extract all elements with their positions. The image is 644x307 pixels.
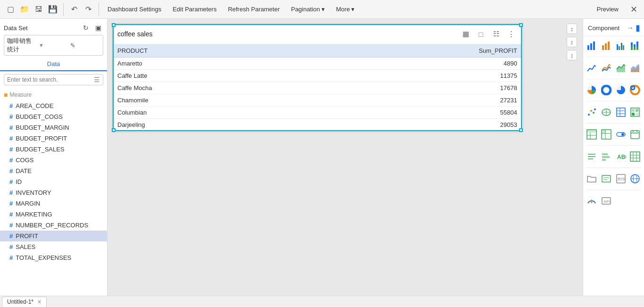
component-grid-pie: [583, 81, 644, 100]
table-data-icon[interactable]: ▦: [460, 28, 472, 40]
field-item-budget_sales[interactable]: #BUDGET_SALES: [0, 144, 107, 155]
canvas-arrow-up-2[interactable]: ↕: [567, 37, 577, 47]
comp-map-chart[interactable]: [600, 106, 613, 119]
svg-rect-14: [636, 41, 638, 47]
redo-icon[interactable]: ↷: [82, 3, 95, 16]
field-list: ■ Measure #AREA_CODE#BUDGET_COGS#BUDGET_…: [0, 88, 107, 296]
svg-rect-32: [617, 108, 625, 116]
tab-close-icon[interactable]: ✕: [37, 299, 41, 305]
comp-line-chart[interactable]: [585, 61, 598, 75]
new-icon[interactable]: ▢: [4, 3, 17, 16]
table-row[interactable]: Columbian55804: [113, 107, 522, 119]
table-row[interactable]: Darjeeling29053: [113, 119, 522, 131]
field-item-date[interactable]: #DATE: [0, 166, 107, 176]
comp-table-combo[interactable]: [614, 106, 627, 119]
field-item-area_code[interactable]: #AREA_CODE: [0, 100, 107, 111]
field-item-id[interactable]: #ID: [0, 176, 107, 187]
comp-grouped-bar[interactable]: [614, 39, 627, 52]
search-input[interactable]: [7, 76, 94, 83]
field-item-inventory[interactable]: #INVENTORY: [0, 187, 107, 198]
field-item-sales[interactable]: #SALES: [0, 241, 107, 252]
more-button[interactable]: More ▾: [331, 4, 360, 15]
open-icon[interactable]: 📁: [18, 3, 31, 16]
table-row[interactable]: Caffe Mocha17678: [113, 82, 522, 94]
dataset-settings-icon[interactable]: ▣: [93, 23, 103, 33]
comp-pie-multi[interactable]: [628, 83, 642, 97]
comp-abc-label[interactable]: ABC: [614, 150, 627, 163]
component-grid-line: [583, 58, 644, 77]
comp-globe[interactable]: [628, 172, 642, 185]
field-name-label: PROFIT: [16, 232, 38, 240]
table-row[interactable]: Caffe Latte11375: [113, 70, 522, 82]
comp-scatter-chart[interactable]: [585, 106, 598, 119]
hash-icon: #: [9, 222, 13, 229]
comp-list[interactable]: [585, 150, 598, 163]
canvas-arrow-up-1[interactable]: ↕: [567, 24, 577, 34]
comp-pie-variant[interactable]: [614, 83, 627, 97]
field-item-margin[interactable]: #MARGIN: [0, 198, 107, 209]
field-name-label: ID: [16, 178, 22, 185]
field-item-cogs[interactable]: #COGS: [0, 155, 107, 166]
field-item-budget_cogs[interactable]: #BUDGET_COGS: [0, 111, 107, 122]
measure-label: Measure: [9, 91, 32, 98]
tab-untitled[interactable]: Untitled-1* ✕: [2, 297, 47, 307]
svg-rect-42: [587, 130, 596, 133]
refresh-dataset-icon[interactable]: ↻: [81, 23, 91, 33]
comp-folder[interactable]: [585, 172, 598, 185]
svg-rect-13: [634, 47, 636, 50]
table-row[interactable]: Amaretto4890: [113, 58, 522, 70]
component-arrow-icon[interactable]: →: [627, 24, 634, 32]
comp-kpi[interactable]: KPI: [600, 194, 613, 207]
table-export-icon[interactable]: □: [475, 28, 487, 40]
product-cell: Caffe Mocha: [113, 82, 309, 94]
comp-stacked-bar[interactable]: [628, 39, 642, 52]
component-label: Component: [588, 25, 625, 32]
table-row[interactable]: Chamomile27231: [113, 94, 522, 107]
comp-line-bar-chart[interactable]: [600, 39, 613, 52]
comp-crosstab-table[interactable]: [600, 128, 613, 141]
field-menu-icon[interactable]: ☰: [94, 76, 100, 83]
preview-button[interactable]: Preview: [590, 4, 625, 15]
comp-area-chart[interactable]: [614, 61, 627, 75]
comp-gauge[interactable]: [585, 194, 598, 207]
svg-rect-1: [590, 43, 592, 50]
center-canvas[interactable]: ↕ ↕ ↕ coffee sales ▦ □ ☷ ⋮ PRODUCT Sum_P…: [107, 19, 583, 296]
undo-icon[interactable]: ↶: [67, 3, 81, 16]
comp-multi-line[interactable]: [600, 61, 613, 75]
field-item-total_expenses[interactable]: #TOTAL_EXPENSES: [0, 252, 107, 263]
comp-calendar[interactable]: [628, 128, 642, 141]
product-cell: Columbian: [113, 107, 309, 119]
dataset-selector[interactable]: 咖啡销售统计 ▼ ✎: [4, 35, 103, 56]
edit-parameters-button[interactable]: Edit Parameters: [168, 4, 221, 15]
close-icon[interactable]: ✕: [627, 3, 640, 16]
comp-bar-horizontal[interactable]: [600, 150, 613, 163]
comp-area-multi[interactable]: [628, 61, 642, 75]
component-grid-charts: [583, 36, 644, 55]
pagination-button[interactable]: Pagination ▾: [286, 4, 329, 15]
field-item-budget_margin[interactable]: #BUDGET_MARGIN: [0, 122, 107, 133]
comp-pie-chart[interactable]: [585, 83, 598, 97]
comp-rtf[interactable]: RTF: [614, 172, 627, 185]
comp-grid-table-2[interactable]: [628, 150, 642, 163]
comp-donut-chart[interactable]: [600, 83, 613, 97]
comp-basic-table[interactable]: [585, 128, 598, 141]
table-grid-icon[interactable]: ☷: [490, 28, 502, 40]
comp-bar-chart[interactable]: [585, 39, 598, 52]
edit-dataset-icon[interactable]: ✎: [70, 42, 100, 49]
field-item-number_of_records[interactable]: #NUMBER_OF_RECORDS: [0, 220, 107, 231]
refresh-parameter-button[interactable]: Refresh Parameter: [223, 4, 284, 15]
data-tab[interactable]: Data: [40, 59, 67, 68]
field-item-profit[interactable]: #PROFIT: [0, 231, 107, 241]
tab-bar: Untitled-1* ✕: [0, 296, 644, 307]
comp-text-box[interactable]: [600, 172, 613, 185]
svg-point-28: [594, 108, 596, 110]
comp-toggle[interactable]: [614, 128, 627, 141]
save-icon[interactable]: 🖫: [32, 3, 45, 16]
field-item-marketing[interactable]: #MARKETING: [0, 209, 107, 220]
save-as-icon[interactable]: 💾: [46, 3, 59, 16]
dashboard-settings-button[interactable]: Dashboard Settings: [103, 4, 166, 15]
canvas-arrow-up-3[interactable]: ↕: [567, 50, 577, 60]
comp-heat-map[interactable]: [628, 106, 642, 119]
table-more-icon[interactable]: ⋮: [505, 28, 517, 40]
field-item-budget_profit[interactable]: #BUDGET_PROFIT: [0, 133, 107, 144]
